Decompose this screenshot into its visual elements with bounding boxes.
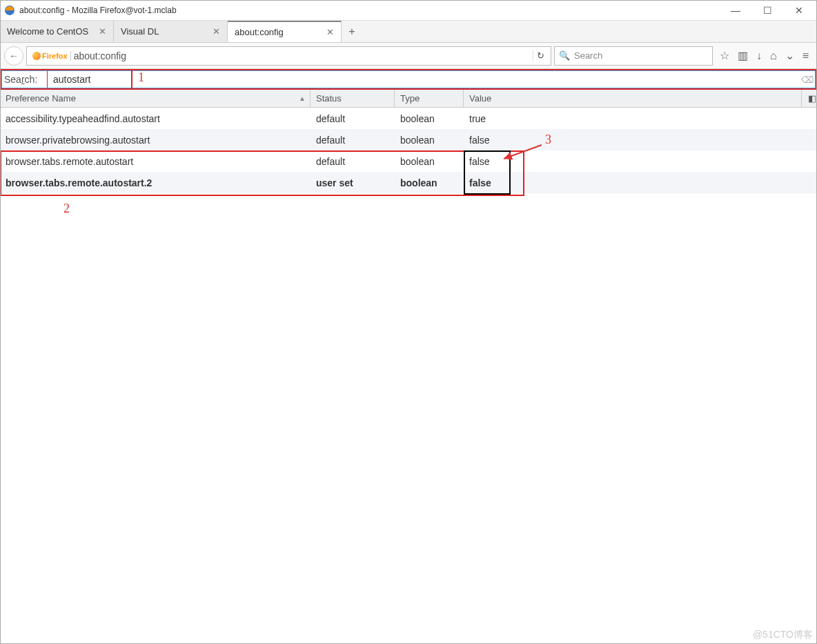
close-tab-icon[interactable]: ✕ xyxy=(213,26,220,37)
cell-type: boolean xyxy=(395,113,464,124)
identity-label: Firefox xyxy=(42,52,68,60)
cell-value: false xyxy=(464,135,817,146)
watermark: @51CTO博客 xyxy=(753,629,813,641)
cell-type: boolean xyxy=(395,135,464,146)
cell-value: false xyxy=(464,177,817,188)
tab-about-config[interactable]: about:config ✕ xyxy=(228,21,342,42)
window-titlebar: about:config - Mozilla Firefox@vot-1.mcl… xyxy=(0,0,817,21)
tab-bar: Welcome to CentOS ✕ Visual DL ✕ about:co… xyxy=(0,21,817,43)
cell-status: default xyxy=(311,156,395,167)
cell-value: true xyxy=(464,113,817,124)
back-button[interactable]: ← xyxy=(4,46,23,66)
table-row[interactable]: browser.tabs.remote.autostart default bo… xyxy=(0,150,817,172)
annotation-2: 2 xyxy=(63,202,70,216)
config-search-input[interactable] xyxy=(48,71,800,88)
navigation-toolbar: ← Firefox about:config ↻ 🔍 Search ☆ ▥ ↓ … xyxy=(0,43,817,69)
menu-icon[interactable]: ≡ xyxy=(803,50,809,62)
table-row[interactable]: browser.tabs.remote.autostart.2 user set… xyxy=(0,172,817,193)
new-tab-button[interactable]: + xyxy=(342,21,362,42)
cell-name: browser.tabs.remote.autostart.2 xyxy=(0,177,311,188)
column-status[interactable]: Status xyxy=(311,90,395,107)
column-type[interactable]: Type xyxy=(395,90,464,107)
url-bar[interactable]: Firefox about:config ↻ xyxy=(26,46,551,66)
firefox-icon xyxy=(4,5,15,16)
search-label: Search: xyxy=(2,71,48,88)
cell-name: browser.tabs.remote.autostart xyxy=(0,156,311,167)
close-tab-icon[interactable]: ✕ xyxy=(99,26,106,37)
cell-type: boolean xyxy=(395,177,464,188)
preferences-table: accessibility.typeaheadfind.autostart de… xyxy=(0,108,817,193)
annotation-3: 3 xyxy=(545,133,551,147)
search-placeholder: Search xyxy=(574,50,602,61)
tab-label: Visual DL xyxy=(121,26,159,37)
cell-status: user set xyxy=(311,177,395,188)
window-title: about:config - Mozilla Firefox@vot-1.mcl… xyxy=(19,6,726,15)
cell-status: default xyxy=(311,135,395,146)
library-icon[interactable]: ▥ xyxy=(738,49,748,62)
search-icon: 🔍 xyxy=(559,50,570,61)
reload-button[interactable]: ↻ xyxy=(533,50,548,61)
search-bar[interactable]: 🔍 Search xyxy=(554,46,713,66)
close-tab-icon[interactable]: ✕ xyxy=(326,27,334,37)
tab-label: Welcome to CentOS xyxy=(7,26,88,37)
url-text: about:config xyxy=(74,50,126,61)
cell-name: browser.privatebrowsing.autostart xyxy=(0,135,311,146)
pocket-icon[interactable]: ⌄ xyxy=(785,49,794,62)
maximize-button[interactable]: ☐ xyxy=(758,5,777,16)
sort-asc-icon: ▲ xyxy=(299,95,306,102)
downloads-icon[interactable]: ↓ xyxy=(756,50,762,62)
cell-status: default xyxy=(311,113,395,124)
table-row[interactable]: browser.privatebrowsing.autostart defaul… xyxy=(0,129,817,150)
table-header: Preference Name ▲ Status Type Value ◧ xyxy=(0,90,817,108)
identity-badge[interactable]: Firefox xyxy=(30,51,71,61)
tab-centos[interactable]: Welcome to CentOS ✕ xyxy=(0,21,114,42)
cell-type: boolean xyxy=(395,156,464,167)
bookmark-star-icon[interactable]: ☆ xyxy=(720,49,729,62)
firefox-logo-icon xyxy=(32,52,41,60)
annotation-1: 1 xyxy=(138,70,144,85)
column-preference-name[interactable]: Preference Name ▲ xyxy=(0,90,311,107)
close-button[interactable]: ✕ xyxy=(789,5,809,16)
cell-value: false xyxy=(464,156,817,167)
column-value[interactable]: Value xyxy=(464,90,802,107)
config-search-row: Search: ⌫ xyxy=(0,69,817,90)
tab-visual-dl[interactable]: Visual DL ✕ xyxy=(114,21,228,42)
cell-name: accessibility.typeaheadfind.autostart xyxy=(0,113,311,124)
tab-label: about:config xyxy=(235,27,284,37)
table-row[interactable]: accessibility.typeaheadfind.autostart de… xyxy=(0,108,817,129)
minimize-button[interactable]: — xyxy=(726,5,745,16)
clear-search-icon[interactable]: ⌫ xyxy=(800,75,815,85)
home-icon[interactable]: ⌂ xyxy=(770,50,777,62)
column-picker-icon[interactable]: ◧ xyxy=(802,90,817,107)
